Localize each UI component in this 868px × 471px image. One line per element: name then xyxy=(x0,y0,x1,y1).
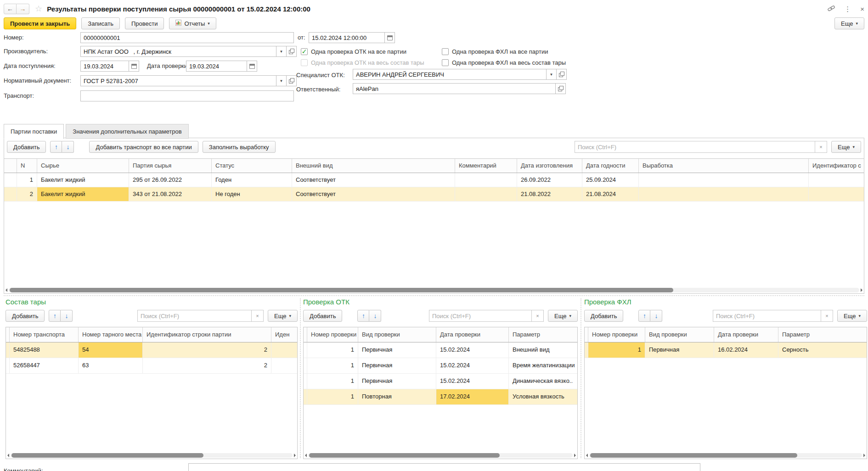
forward-button[interactable]: → xyxy=(17,4,29,14)
cell-material-active[interactable]: Бакелит жидкий xyxy=(37,187,129,201)
table-row-selected[interactable]: 1 Первичная 16.02.2024 Серность xyxy=(585,342,867,358)
cell-date[interactable]: 15.02.2024 xyxy=(436,342,509,358)
search-input[interactable] xyxy=(575,141,815,153)
column-header-comment[interactable]: Комментарий xyxy=(455,159,517,173)
cell-output[interactable] xyxy=(639,173,809,187)
table-more-button[interactable]: Еще▾ xyxy=(268,310,298,322)
cell-transport[interactable]: 52658447 xyxy=(10,358,79,373)
cell-transport[interactable]: 54825488 xyxy=(10,342,79,358)
column-header-batch[interactable]: Партия сырья xyxy=(129,159,212,173)
cell-row-id[interactable]: 2 xyxy=(143,342,271,358)
column-header-place[interactable]: Номер тарного места xyxy=(79,327,143,342)
number-input[interactable] xyxy=(80,32,294,43)
scroll-right-icon[interactable] xyxy=(863,454,865,457)
cell-place[interactable]: 63 xyxy=(79,358,143,373)
scroll-right-icon[interactable] xyxy=(861,288,862,292)
table-row-selected[interactable]: 1 Повторная 17.02.2024 Условная вязкость xyxy=(304,389,577,405)
column-header-param[interactable]: Параметр xyxy=(778,327,867,342)
back-button[interactable]: ← xyxy=(4,4,17,14)
select-button[interactable]: ▼ xyxy=(547,69,557,80)
cell-number[interactable]: 1 xyxy=(307,374,358,389)
cell-date[interactable]: 15.02.2024 xyxy=(436,358,509,373)
checkbox-fhl-all-batches[interactable]: Одна проверка ФХЛ на все партии xyxy=(442,47,548,56)
cell-mfg-date[interactable]: 21.08.2022 xyxy=(517,187,582,201)
search-clear-button[interactable]: × xyxy=(532,310,544,322)
post-button[interactable]: Провести xyxy=(125,17,164,29)
scrollbar-thumb[interactable] xyxy=(590,453,797,458)
scrollbar-thumb[interactable] xyxy=(309,453,500,458)
open-link-button[interactable] xyxy=(556,83,566,94)
search-input[interactable] xyxy=(713,310,821,322)
doc-date-input[interactable] xyxy=(309,32,385,43)
cell-place-active[interactable]: 54 xyxy=(79,342,143,358)
cell-batch[interactable]: 343 от 21.08.2022 xyxy=(129,187,212,201)
cell-id[interactable] xyxy=(271,358,297,373)
column-header-number[interactable]: Номер проверки xyxy=(307,327,358,342)
column-header-n[interactable]: N xyxy=(17,159,37,173)
scroll-right-icon[interactable] xyxy=(574,454,576,457)
scrollbar-thumb[interactable] xyxy=(10,288,673,292)
scroll-left-icon[interactable] xyxy=(7,454,9,457)
add-transport-button[interactable]: Добавить транспорт во все партии xyxy=(89,141,198,153)
write-button[interactable]: Записать xyxy=(81,17,120,29)
scrollbar-thumb[interactable] xyxy=(11,453,203,458)
cell-appearance[interactable]: Соответствует xyxy=(292,187,455,201)
checkbox-otk-all-batches[interactable]: ✓ Одна проверка ОТК на все партии xyxy=(301,47,406,56)
cell-identifier[interactable] xyxy=(809,173,864,187)
cell-exp-date[interactable]: 21.08.2024 xyxy=(582,187,639,201)
column-header-appearance[interactable]: Внешний вид xyxy=(292,159,455,173)
scrollbar-track[interactable] xyxy=(11,453,293,458)
cell-number[interactable]: 1 xyxy=(307,358,358,373)
scroll-left-icon[interactable] xyxy=(305,454,307,457)
form-more-button[interactable]: Еще▾ xyxy=(834,17,864,29)
table-row[interactable]: 1 Первичная 15.02.2024 Время желатинизац… xyxy=(304,358,577,374)
calendar-button[interactable] xyxy=(247,61,257,72)
search-input[interactable] xyxy=(429,310,532,322)
normative-doc-input[interactable] xyxy=(80,75,276,86)
cell-row-id[interactable]: 2 xyxy=(143,358,271,373)
checkbox-fhl-all-container[interactable]: Одна проверка ФХЛ на весь состав тары xyxy=(442,58,566,67)
table-row[interactable]: 52658447 63 2 xyxy=(6,358,297,374)
calendar-button[interactable] xyxy=(385,32,395,43)
scrollbar-track[interactable] xyxy=(308,453,573,458)
search-input[interactable] xyxy=(137,310,252,322)
table-more-button[interactable]: Еще▾ xyxy=(831,141,861,153)
table-row-selected[interactable]: 2 Бакелит жидкий 343 от 21.08.2022 Не го… xyxy=(4,187,864,202)
close-icon[interactable]: × xyxy=(860,6,864,12)
column-header-transport[interactable]: Номер транспорта xyxy=(10,327,79,342)
table-row[interactable]: 1 Первичная 15.02.2024 Динамическая вязк… xyxy=(304,374,577,389)
cell-status[interactable]: Не годен xyxy=(212,187,292,201)
cell-type[interactable]: Первичная xyxy=(358,358,436,373)
table-more-button[interactable]: Еще▾ xyxy=(837,310,867,322)
cell-number[interactable]: 1 xyxy=(307,342,358,358)
otk-specialist-input[interactable] xyxy=(353,69,547,80)
cell-date[interactable]: 16.02.2024 xyxy=(714,342,778,358)
cell-comment[interactable] xyxy=(455,173,517,187)
column-header-mfg-date[interactable]: Дата изготовления xyxy=(517,159,582,173)
cell-comment[interactable] xyxy=(455,187,517,201)
table-more-button[interactable]: Еще▾ xyxy=(548,310,578,322)
scroll-right-icon[interactable] xyxy=(294,454,296,457)
manufacturer-input[interactable] xyxy=(80,46,276,57)
select-button[interactable]: ▼ xyxy=(276,46,287,57)
vertical-splitter[interactable] xyxy=(581,298,581,458)
move-down-button[interactable]: ↓ xyxy=(62,141,74,153)
search-clear-button[interactable]: × xyxy=(252,310,264,322)
more-menu-icon[interactable]: ⋮ xyxy=(844,6,851,12)
column-header-param[interactable]: Параметр xyxy=(509,327,577,342)
tab-batches[interactable]: Партии поставки xyxy=(4,124,64,139)
column-header-identifier[interactable]: Идентификатор с xyxy=(809,159,864,173)
column-header-output[interactable]: Выработка xyxy=(639,159,809,173)
move-up-button[interactable]: ↑ xyxy=(357,310,369,322)
cell-date[interactable]: 15.02.2024 xyxy=(436,374,509,389)
cell-param[interactable]: Серность xyxy=(778,342,867,358)
column-header-type[interactable]: Вид проверки xyxy=(645,327,714,342)
select-button[interactable]: ▼ xyxy=(276,75,287,86)
open-link-button[interactable] xyxy=(287,75,297,86)
add-button[interactable]: Добавить xyxy=(7,141,46,153)
move-up-button[interactable]: ↑ xyxy=(49,310,61,322)
post-and-close-button[interactable]: Провести и закрыть xyxy=(4,17,76,29)
open-link-button[interactable] xyxy=(287,46,297,57)
receipt-date-input[interactable] xyxy=(80,61,129,72)
column-header-type[interactable]: Вид проверки xyxy=(358,327,436,342)
